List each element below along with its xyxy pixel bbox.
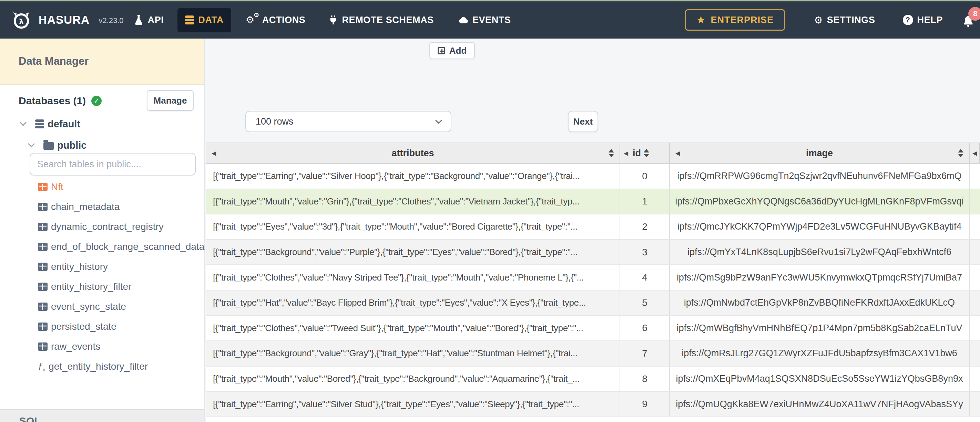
hasura-brand[interactable]: λ HASURA v2.23.0 [10,11,124,29]
notification-count-badge: 8 [968,7,980,21]
cell-image: ipfs://QmUQgKka8EW7exiUHnMwZ4UoXA11wV7NF… [670,392,970,417]
svg-text:λ: λ [19,17,24,26]
table-name: dynamic_contract_registry [51,221,164,232]
nav-item-api[interactable]: API [134,14,164,25]
table-name: entity_history_filter [51,281,131,292]
table-row[interactable]: [{"trait_type":"Mouth","value":"Bored"},… [206,366,980,392]
cell-partial [970,290,980,315]
table-row[interactable]: [{"trait_type":"Background","value":"Pur… [206,240,980,265]
sidebar-table-item-event_sync_state[interactable]: event_sync_state [0,297,204,317]
settings-label: SETTINGS [827,15,875,25]
manage-button[interactable]: Manage [147,90,194,111]
sidebar-table-item-dynamic_contract_registry[interactable]: dynamic_contract_registry [0,217,204,237]
table-row[interactable]: [{"trait_type":"Clothes","value":"Navy S… [206,265,980,290]
enterprise-button[interactable]: ★ ENTERPRISE [685,9,785,31]
cell-partial [970,392,980,417]
cell-partial [970,214,980,239]
nav-item-help[interactable]: ? HELP [903,15,943,25]
table-icon [38,223,48,231]
cell-attributes: [{"trait_type":"Mouth","value":"Bored"},… [206,366,620,391]
table-icon [38,282,48,291]
cell-image: ipfs://QmNwbd7ctEhGpVkP8nZvBBQfiNeFKRdxf… [670,290,970,315]
chevron-down-icon[interactable] [20,119,27,126]
data-table: ◀ attributes ◀ id ◀ image ◀ [{"trait_typ… [206,143,980,422]
database-icon [185,16,194,24]
gear-icon: ⚙ [814,14,823,26]
collapse-column-icon[interactable]: ◀ [675,150,680,157]
table-body: [{"trait_type":"Earring","value":"Silver… [206,164,980,417]
nav-item-data[interactable]: DATA [177,8,231,32]
sidebar: Data Manager Databases (1) ✓ Manage defa… [0,38,205,422]
column-header-id: ◀ id [620,143,670,163]
sidebar-table-item-entity_history[interactable]: entity_history [0,257,204,277]
sidebar-table-item-persisted_state[interactable]: persisted_state [0,317,204,336]
cell-attributes: [{"trait_type":"Earring","value":"Silver… [206,392,620,417]
nav-item-events[interactable]: EVENTS [458,15,511,25]
cell-id: 8 [620,366,670,391]
tables-list: Nftchain_metadatadynamic_contract_regist… [0,177,204,376]
sort-icon[interactable] [958,146,964,160]
chevron-down-icon[interactable] [28,140,35,148]
cell-image: ipfs://QmYxT4LnK8sqLupjbS6eRvu1si7Ly2wFQ… [670,240,970,265]
cell-id: 9 [620,392,670,417]
cloud-icon [458,16,468,24]
sidebar-table-item-Nft[interactable]: Nft [0,177,204,197]
table-row[interactable]: [{"trait_type":"Hat","value":"Bayc Flipp… [206,290,980,316]
table-row[interactable]: [{"trait_type":"Earring","value":"Silver… [206,164,980,189]
table-row[interactable]: [{"trait_type":"Mouth","value":"Grin"},{… [206,189,980,215]
sort-icon[interactable] [609,146,614,160]
table-row[interactable]: [{"trait_type":"Earring","value":"Silver… [206,392,980,417]
collapse-column-icon[interactable]: ◀ [624,150,628,157]
tree-node-default-database[interactable]: default [0,117,204,131]
flask-icon [134,14,144,25]
cell-attributes: [{"trait_type":"Clothes","value":"Navy S… [206,265,620,290]
table-name: raw_events [51,341,100,352]
search-tables-input[interactable] [30,153,196,176]
add-row-button[interactable]: Add [430,42,475,59]
cell-attributes: [{"trait_type":"Mouth","value":"Grin"},{… [206,189,620,214]
databases-label-group: Databases (1) ✓ [19,95,102,107]
column-header-attributes: ◀ attributes [206,143,620,163]
sql-link[interactable]: SQL [19,415,41,422]
column-label: id [633,148,641,159]
table-row[interactable]: [{"trait_type":"Background","value":"Gra… [206,341,980,366]
add-label: Add [449,46,467,56]
nav-item-settings[interactable]: ⚙ SETTINGS [814,14,875,26]
cell-partial [970,316,980,341]
star-icon: ★ [697,15,706,25]
cell-id: 1 [620,189,670,214]
cell-attributes: [{"trait_type":"Clothes","value":"Tweed … [206,316,620,341]
nav-item-actions[interactable]: ⚙⚙ ACTIONS [247,14,305,25]
folder-icon [43,141,54,150]
cell-attributes: [{"trait_type":"Background","value":"Pur… [206,240,620,265]
cell-image: ipfs://QmcJYkCKK7QPmYWjp4FD2e3Lv5WCGFuHN… [670,214,970,239]
table-name: Nft [51,181,64,192]
cell-image: ipfs://QmRRPWG96cmgTn2qSzjwr2qvfNEuhunv6… [670,164,970,189]
sidebar-table-item-end_of_block_range_scanned_data[interactable]: end_of_block_range_scanned_data [0,237,204,257]
table-icon [38,203,48,211]
cell-image: ipfs://QmWBgfBhyVmHNhBfEQ7p1P4Mpn7pm5b8K… [670,316,970,341]
sidebar-table-item-get_entity_history_filter[interactable]: ƒxget_entity_history_filter [0,357,204,376]
table-row[interactable]: [{"trait_type":"Eyes","value":"3d"},{"tr… [206,214,980,240]
sidebar-table-item-chain_metadata[interactable]: chain_metadata [0,197,204,217]
function-icon: ƒx [38,360,45,373]
nav-item-label: EVENTS [473,15,511,25]
cell-image: ipfs://QmPbxeGcXhYQQNgsC6a36dDyYUcHgMLnG… [670,189,970,214]
sidebar-table-item-entity_history_filter[interactable]: entity_history_filter [0,277,204,297]
next-page-button[interactable]: Next [568,111,598,132]
sidebar-footer: SQL [0,409,204,422]
nav-item-label: ACTIONS [262,15,305,25]
collapse-column-icon[interactable]: ◀ [972,150,977,157]
tree-node-public-schema[interactable]: public [0,138,204,152]
cell-partial [970,366,980,391]
rows-per-page-select[interactable]: 100 rows [245,111,452,132]
sidebar-table-item-raw_events[interactable]: raw_events [0,336,204,357]
table-row[interactable]: [{"trait_type":"Clothes","value":"Tweed … [206,316,980,341]
sort-icon[interactable] [644,146,649,160]
table-name: entity_history [51,261,108,272]
collapse-column-icon[interactable]: ◀ [212,150,216,157]
notifications-button[interactable]: 8 [962,11,976,29]
nav-item-remote-schemas[interactable]: REMOTE SCHEMAS [329,15,433,25]
table-name: event_sync_state [51,301,126,312]
cell-id: 0 [620,164,670,189]
